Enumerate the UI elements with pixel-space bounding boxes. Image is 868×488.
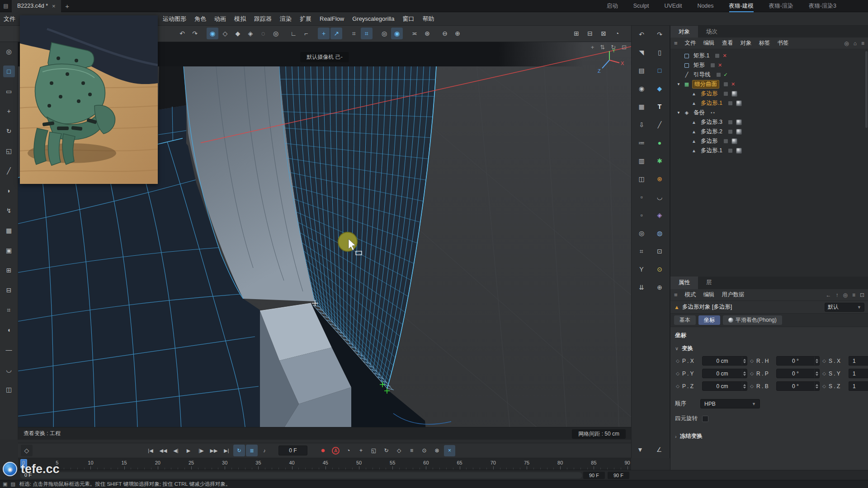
view-redo-icon[interactable]: ↷ [654, 28, 665, 40]
record-pla-button[interactable]: ≡ [406, 445, 417, 456]
display-mode-icon[interactable]: ◉ [636, 83, 647, 94]
redo-icon[interactable]: ↷ [189, 28, 201, 39]
key-selection-button[interactable]: ◔ [343, 445, 354, 456]
brush-tool-icon[interactable]: ◖ [3, 324, 15, 336]
transform-group-header[interactable]: ∨ 变换 [675, 345, 868, 352]
points-mode-icon[interactable]: ◌ [257, 28, 269, 39]
spinner-arrows[interactable] [814, 369, 819, 378]
object-row-3[interactable]: ▼▦细分曲面✕ [670, 80, 868, 89]
spinner-arrows[interactable] [742, 382, 747, 390]
polygon-pen-icon[interactable]: ▦ [3, 225, 15, 236]
live-selection-icon[interactable]: □ [3, 66, 15, 77]
angle-snap-icon[interactable]: ∠ [653, 444, 665, 455]
section-tab-0[interactable]: 基本 [674, 315, 696, 325]
pan-view-icon[interactable]: + [591, 44, 594, 51]
menubar-item-12[interactable]: 跟踪器 [254, 15, 272, 23]
text-primitive-icon[interactable]: T [654, 101, 665, 113]
order-dropdown[interactable]: HPB ▼ [700, 399, 760, 408]
object-row-8[interactable]: ▲多边形.2 [670, 127, 868, 136]
reference-image[interactable] [20, 15, 158, 184]
object-manager-tab-1[interactable]: 场次 [698, 26, 726, 38]
view-undo-icon[interactable]: ↶ [636, 28, 647, 40]
grid-a-icon[interactable]: ▥ [636, 155, 647, 167]
menubar-item-18[interactable]: 帮助 [422, 15, 434, 23]
split-y-icon[interactable]: Y [636, 263, 647, 275]
coord-system-icon[interactable]: ▼ [634, 444, 646, 455]
layout-menu-6[interactable]: 夜猫-渲染3 [809, 0, 836, 12]
keyframe-dot-icon[interactable]: ◇ [821, 358, 827, 363]
search-icon[interactable]: ◎ [843, 292, 847, 298]
field-sz[interactable]: 1 [849, 381, 868, 391]
field-pz[interactable]: 0 cm [702, 381, 747, 391]
object-row-9[interactable]: ▲多边形 [670, 136, 868, 146]
timeline-ruler[interactable]: 051015202530354045505560657075808590 [18, 458, 631, 470]
om-menu-4[interactable]: 标签 [759, 39, 770, 47]
camera-list-icon[interactable]: ▤ [636, 65, 647, 76]
make-editable-icon[interactable]: ◉ [207, 28, 218, 39]
object-manager-tab-0[interactable]: 对象 [670, 26, 698, 38]
phong-tag-icon[interactable] [736, 129, 742, 135]
goto-start-button[interactable]: |◀ [145, 445, 156, 456]
attr-menu-2[interactable]: 用户数据 [722, 291, 745, 299]
back-icon[interactable]: ← [826, 292, 831, 298]
rotate-tool-icon[interactable]: ↻ [3, 125, 15, 137]
goto-end-button[interactable]: ▶| [221, 445, 232, 456]
panel-menu-icon[interactable]: ≡ [674, 40, 678, 47]
phong-tag-icon[interactable] [736, 100, 742, 106]
phong-tag-icon[interactable] [736, 119, 742, 125]
search-icon[interactable]: ◎ [844, 40, 849, 47]
loop-button[interactable]: ↻ [233, 445, 245, 456]
rect-selection-icon[interactable]: ▭ [3, 85, 15, 97]
magnet-tool-icon[interactable]: ◡ [3, 364, 15, 375]
spinner-arrows[interactable] [814, 382, 819, 390]
keyframe-dot-icon[interactable]: ◇ [821, 371, 827, 376]
camera-icon[interactable]: ⊡ [654, 245, 665, 257]
undo-icon[interactable]: ↶ [176, 28, 188, 39]
om-menu-5[interactable]: 书签 [778, 39, 789, 47]
freeze-group-header[interactable]: › 冻结变换 [675, 432, 868, 440]
spinner-arrows[interactable] [742, 357, 747, 365]
field-px[interactable]: 0 cm [702, 356, 747, 366]
object-row-5[interactable]: ▲多边形.1 [670, 99, 868, 108]
zoom-tool-icon[interactable]: ◎ [3, 46, 15, 57]
import-down-icon[interactable]: ⇩ [636, 119, 647, 131]
prev-key-button[interactable]: ◀◀ [157, 445, 169, 456]
quaternion-checkbox[interactable] [702, 416, 708, 422]
mograph-clover-icon[interactable]: ✱ [654, 155, 665, 167]
attribute-tab-0[interactable]: 属性 [670, 277, 698, 289]
keyframe-dot-icon[interactable]: ◇ [675, 371, 680, 376]
page-icon[interactable]: ▯ [654, 47, 665, 58]
section-tab-1[interactable]: 坐标 [698, 315, 720, 325]
menubar-item-10[interactable]: 动画 [214, 15, 226, 23]
new-tab-button[interactable]: + [61, 2, 74, 10]
extrude-tool-icon[interactable]: ⊞ [3, 264, 15, 276]
next-key-button[interactable]: ▶▶ [208, 445, 220, 456]
scale-gizmo-icon[interactable]: ↗ [330, 28, 342, 39]
field-rb[interactable]: 0 ° [776, 381, 820, 391]
record-position-button[interactable]: + [355, 445, 367, 456]
om-menu-0[interactable]: 文件 [685, 39, 696, 47]
remove-circle-icon[interactable]: ⊖ [439, 28, 451, 39]
keyframe-dot-icon[interactable]: ◇ [749, 384, 755, 389]
field-sy[interactable]: 1 [849, 369, 868, 378]
pen-tool-icon[interactable]: ╱ [3, 165, 15, 177]
attr-menu-0[interactable]: 模式 [685, 291, 696, 299]
list-rows-icon[interactable]: ≔ [636, 137, 647, 149]
layout-menu-1[interactable]: Sculpt [633, 0, 649, 12]
object-row-1[interactable]: 矩形✕ [670, 61, 868, 70]
menubar-item-11[interactable]: 模拟 [234, 15, 246, 23]
grid-b-icon[interactable]: ◫ [636, 173, 647, 185]
phong-tag-icon[interactable] [736, 148, 742, 154]
object-row-7[interactable]: ▲多边形.3 [670, 117, 868, 127]
preset-dropdown[interactable]: 默认 ▼ [825, 303, 864, 312]
layout-quad-icon[interactable]: ⊠ [598, 28, 609, 39]
cube-tool-icon[interactable]: ▣ [3, 244, 15, 256]
layout-menu-0[interactable]: 启动 [607, 0, 618, 12]
layout-menu-5[interactable]: 夜猫-渲染 [769, 0, 793, 12]
section-tab-2[interactable]: 平滑着色(Phong) [723, 315, 782, 325]
sculpt-tool-icon[interactable]: ◗ [3, 185, 15, 197]
om-menu-1[interactable]: 编辑 [703, 39, 715, 47]
attribute-tab-1[interactable]: 层 [698, 277, 720, 289]
collapse-down-icon[interactable]: ⇊ [636, 282, 647, 293]
record-rotation-button[interactable]: ↻ [381, 445, 392, 456]
